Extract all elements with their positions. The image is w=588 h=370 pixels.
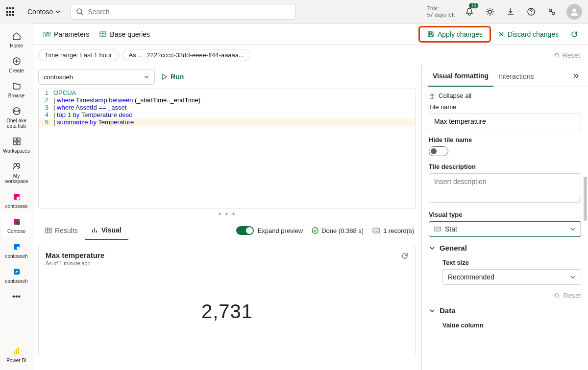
visual-formatting-pane: Visual formatting Interactions Collapse … xyxy=(421,65,588,370)
search-input[interactable] xyxy=(88,8,291,16)
stat-visual-tile: Max temperature As of 1 minute ago 2,731 xyxy=(38,245,416,357)
rail-browse[interactable]: Browse xyxy=(2,77,31,101)
visual-type-select[interactable]: Stat xyxy=(429,221,581,237)
svg-text:[@]: [@] xyxy=(43,31,51,37)
svg-rect-9 xyxy=(13,138,16,141)
svg-point-20 xyxy=(17,247,20,250)
rail-contoso-active[interactable]: Contoso xyxy=(2,213,31,237)
stat-value: 2,731 xyxy=(46,301,409,323)
content-area: [@] Parameters Base queries Apply change… xyxy=(33,23,588,370)
chevron-down-icon xyxy=(429,245,436,252)
rail-workspaces[interactable]: Workspaces xyxy=(2,133,31,157)
help-button[interactable] xyxy=(525,6,537,18)
rail-powerbi[interactable]: Power BI xyxy=(2,342,31,366)
svg-rect-27 xyxy=(46,228,51,233)
tile-refresh-button[interactable] xyxy=(401,252,409,260)
record-count: 123 1 record(s) xyxy=(372,227,414,234)
apply-changes-button[interactable]: Apply changes xyxy=(418,26,491,43)
refresh-toolbar-button[interactable] xyxy=(565,26,583,43)
notifications-button[interactable]: 15 xyxy=(464,6,475,18)
tile-title: Max temperature xyxy=(46,251,409,259)
svg-point-6 xyxy=(573,9,576,12)
svg-point-5 xyxy=(552,12,555,15)
number-icon: 123 xyxy=(372,227,380,234)
chevron-down-icon xyxy=(429,307,436,314)
feedback-button[interactable] xyxy=(546,6,558,18)
table-icon xyxy=(99,30,107,38)
app-launcher-icon[interactable] xyxy=(6,7,16,17)
svg-text:123: 123 xyxy=(374,229,380,232)
stat-type-icon xyxy=(434,226,441,232)
discard-changes-button[interactable]: Discard changes xyxy=(493,26,564,43)
run-button[interactable]: Run xyxy=(161,73,184,81)
rail-onelake[interactable]: OneLake data hub xyxy=(2,102,31,132)
help-icon xyxy=(527,7,536,16)
value-column-label: Value column xyxy=(442,322,581,329)
svg-point-0 xyxy=(77,9,82,14)
chart-icon xyxy=(92,227,98,233)
text-size-select[interactable]: Recommended xyxy=(442,269,581,285)
expand-pane-button[interactable] xyxy=(569,69,582,82)
chevron-down-icon xyxy=(55,9,61,15)
settings-button[interactable] xyxy=(484,6,496,18)
tenant-name: Contoso xyxy=(27,8,53,16)
tab-results[interactable]: Results xyxy=(38,222,85,239)
tile-name-label: Tile name xyxy=(429,103,581,111)
visual-type-label: Visual type xyxy=(429,211,581,218)
download-button[interactable] xyxy=(505,6,516,18)
query-editor-pane: contosoeh Run 1OPCUA 2| where Timestamp … xyxy=(33,65,421,370)
svg-point-1 xyxy=(489,10,491,13)
pane-resize-handle[interactable]: • • • xyxy=(38,208,416,219)
asset-chip[interactable]: As... : 2222cccc-33dd-eeee-ff44-aaaaa... xyxy=(122,49,250,61)
svg-rect-24 xyxy=(18,347,19,354)
trial-status: Trial: 57 days left xyxy=(427,5,455,18)
search-box[interactable] xyxy=(71,4,296,20)
hide-tile-name-toggle[interactable] xyxy=(429,146,448,156)
rail-create[interactable]: Create xyxy=(2,52,31,76)
text-size-label: Text size xyxy=(442,259,581,266)
tab-visual[interactable]: Visual xyxy=(85,221,128,240)
scrollbar[interactable] xyxy=(584,177,587,221)
parameters-button[interactable]: [@] Parameters xyxy=(38,27,94,41)
tile-name-input[interactable] xyxy=(429,114,581,129)
notification-badge: 15 xyxy=(469,3,478,8)
rail-contosoes[interactable]: contosoes xyxy=(2,188,31,212)
user-avatar[interactable] xyxy=(566,4,582,20)
hide-tile-name-label: Hide tile name xyxy=(429,136,581,143)
rail-contosoeh-2[interactable]: contosoeh xyxy=(2,263,31,287)
rail-contosoeh-1[interactable]: contosoeh xyxy=(2,238,31,262)
section-general[interactable]: General xyxy=(429,244,581,252)
rail-my-workspace[interactable]: My workspace xyxy=(2,158,31,187)
svg-rect-22 xyxy=(14,351,15,354)
svg-rect-10 xyxy=(17,138,20,141)
rail-home[interactable]: Home xyxy=(2,27,31,51)
tile-description-input[interactable] xyxy=(429,173,581,203)
close-icon xyxy=(498,31,505,38)
svg-rect-11 xyxy=(13,142,16,145)
kql-code-editor[interactable]: 1OPCUA 2| where Timestamp between (_star… xyxy=(38,89,416,208)
rail-more[interactable]: ••• xyxy=(2,288,31,305)
expand-preview-toggle[interactable] xyxy=(236,226,254,235)
base-queries-button[interactable]: Base queries xyxy=(94,27,155,41)
chevron-down-icon xyxy=(570,274,576,280)
reset-text-size-button[interactable]: Reset xyxy=(442,292,581,300)
svg-point-18 xyxy=(16,221,20,225)
tile-subtitle: As of 1 minute ago xyxy=(46,260,409,266)
collapse-all-button[interactable]: Collapse all xyxy=(429,92,581,99)
parameters-icon: [@] xyxy=(43,30,51,38)
section-data[interactable]: Data xyxy=(429,306,581,315)
save-icon xyxy=(427,30,435,38)
svg-point-3 xyxy=(531,13,531,14)
tab-visual-formatting[interactable]: Visual formatting xyxy=(428,65,493,87)
chevron-down-icon xyxy=(144,74,149,80)
download-icon xyxy=(506,7,515,16)
expand-preview-label: Expand preview xyxy=(258,227,303,234)
chevron-down-icon xyxy=(570,226,576,232)
reset-filters-button[interactable]: Reset xyxy=(553,51,583,59)
svg-point-14 xyxy=(17,163,20,166)
time-range-chip[interactable]: Time range: Last 1 hour xyxy=(38,49,119,61)
datasource-select[interactable]: contosoeh xyxy=(38,69,155,85)
collapse-icon xyxy=(429,92,436,99)
tenant-switcher[interactable]: Contoso xyxy=(27,8,61,16)
tab-interactions[interactable]: Interactions xyxy=(493,66,539,86)
